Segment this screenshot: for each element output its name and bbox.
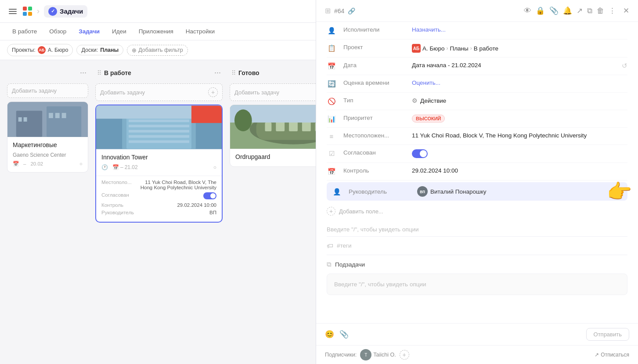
manager-avatar: вп bbox=[417, 186, 428, 197]
type-row: 🚫 Тип ⚙ Действие bbox=[327, 93, 627, 110]
location-icon: ≡ bbox=[327, 133, 336, 140]
tab-apps[interactable]: Приложения bbox=[133, 25, 179, 37]
card-partial-marketing[interactable]: Маркетинговые Gaeno Science Center 📅 – 2… bbox=[7, 101, 88, 173]
bottom-left-icons: 😊 📎 bbox=[325, 330, 349, 339]
col-in-work-menu[interactable]: ··· bbox=[214, 68, 221, 77]
eye-icon[interactable]: 👁 bbox=[524, 7, 531, 15]
time-estimate-value[interactable]: Оценить... bbox=[412, 79, 627, 86]
card-innovation-date: 21.02 bbox=[125, 164, 138, 170]
project-badge: АБ bbox=[412, 44, 421, 53]
tags-label[interactable]: #теги bbox=[337, 242, 352, 249]
close-button[interactable]: ✕ bbox=[623, 6, 629, 15]
card-img-ordrupgaard bbox=[230, 105, 316, 149]
manager-row: 👤 Руководитель вп Виталий Понарошку bbox=[327, 182, 627, 201]
refresh-icon[interactable]: ↺ bbox=[622, 62, 627, 70]
tab-in-work[interactable]: В работе bbox=[7, 25, 42, 37]
add-task-done[interactable]: Добавить задачу + bbox=[230, 83, 316, 101]
comment-input-area[interactable]: Введите "/", чтобы увидеть опции bbox=[327, 274, 627, 295]
date-label: Дата bbox=[343, 62, 405, 68]
subscribers-label: Подписчики: bbox=[325, 352, 357, 358]
svg-point-30 bbox=[234, 109, 252, 131]
hamburger-menu[interactable] bbox=[7, 7, 18, 16]
tab-tasks[interactable]: Задачи bbox=[73, 25, 105, 37]
agreed-toggle-container bbox=[412, 149, 627, 158]
app-title-button[interactable]: ✓ Задачи bbox=[44, 5, 87, 18]
add-filter-button[interactable]: ⊕ Добавить фильтр bbox=[127, 45, 188, 56]
right-header-actions: 👁 🔒 📎 🔔 ↗ ⧉ 🗑 ⋮ ✕ bbox=[524, 6, 629, 15]
card-img-innovation bbox=[96, 105, 222, 149]
bottom-section: 😊 📎 Отправить Подписчики: T Taiichi O. +… bbox=[316, 323, 638, 364]
svg-rect-6 bbox=[55, 113, 60, 118]
assignee-value[interactable]: Назначить... bbox=[412, 26, 627, 33]
paperclip-icon[interactable]: 📎 bbox=[549, 6, 559, 15]
time-icon: 🕐 bbox=[101, 164, 108, 170]
path-arrow-2: › bbox=[470, 45, 472, 51]
location-label: Местоположен... bbox=[343, 132, 405, 139]
subscriber-avatar: T bbox=[360, 349, 371, 360]
card-ordrupgaard[interactable]: Ordrupgaard bbox=[230, 105, 316, 167]
task-board-icon: ⊞ bbox=[325, 7, 331, 15]
add-task-in-work[interactable]: Добавить задачу + bbox=[95, 83, 223, 101]
board-col-done: ⠿ Готово ··· Добавить задачу + bbox=[230, 65, 316, 359]
col-partial-menu[interactable]: ··· bbox=[80, 68, 87, 77]
date-value[interactable]: Дата начала - 21.02.2024 bbox=[412, 62, 615, 68]
copy-icon[interactable]: ⧉ bbox=[587, 7, 592, 15]
app-grid-icon bbox=[23, 7, 32, 16]
date-icon: 📅 bbox=[112, 164, 119, 170]
time-estimate-row: 🔄 Оценка времени Оценить... bbox=[327, 75, 627, 93]
priority-icon: 📊 bbox=[327, 115, 336, 123]
tab-overview[interactable]: Обзор bbox=[44, 25, 72, 37]
date-icon: 📅 bbox=[327, 62, 336, 70]
lock-icon[interactable]: 🔒 bbox=[536, 6, 545, 15]
svg-rect-24 bbox=[265, 123, 271, 131]
trash-icon[interactable]: 🗑 bbox=[597, 7, 604, 15]
tab-settings[interactable]: Настройки bbox=[180, 25, 220, 37]
unsubscribe-button[interactable]: ↗ Отписаться bbox=[595, 352, 629, 358]
agreed-main-toggle[interactable] bbox=[412, 149, 428, 158]
type-value: ⚙ Действие bbox=[412, 97, 627, 104]
col-header-done: ⠿ Готово ··· bbox=[230, 65, 316, 80]
plus-circle-icon: + bbox=[208, 87, 218, 97]
add-task-partial[interactable]: Добавить задачу bbox=[7, 83, 88, 98]
agreed-label: Согласован bbox=[343, 149, 405, 156]
priority-value: ВЫСОКИЙ bbox=[412, 115, 627, 123]
add-field-icon: + bbox=[327, 207, 335, 216]
control-row: 📅 Контроль 29.02.2024 10:00 bbox=[327, 163, 627, 180]
add-field-label: Добавить поле... bbox=[339, 208, 383, 215]
card-ordrupgaard-title: Ordrupgaard bbox=[235, 153, 316, 160]
manager-name: Виталий Понарошку bbox=[430, 188, 487, 195]
send-button[interactable]: Отправить bbox=[586, 328, 629, 341]
add-subscriber-button[interactable]: + bbox=[400, 350, 409, 360]
col-title-done: Готово bbox=[238, 69, 260, 76]
svg-rect-1 bbox=[16, 111, 42, 137]
assignee-row: 👤 Исполнители Назначить... bbox=[327, 22, 627, 40]
control-value[interactable]: 29.02.2024 10:00 bbox=[412, 167, 627, 174]
svg-rect-13 bbox=[129, 119, 189, 122]
more-icon[interactable]: ⋮ bbox=[609, 6, 616, 15]
card-manager-value: ВП bbox=[209, 210, 216, 215]
share-icon[interactable]: ↗ bbox=[577, 6, 583, 15]
attachment-icon[interactable]: 📎 bbox=[339, 330, 349, 339]
path-arrow-1: › bbox=[447, 45, 448, 51]
col-drag-icon: ⠿ bbox=[97, 69, 101, 76]
unsub-icon: ↗ bbox=[595, 352, 599, 358]
svg-rect-28 bbox=[315, 123, 316, 131]
svg-rect-15 bbox=[129, 130, 189, 133]
bell-icon[interactable]: 🔔 bbox=[563, 6, 572, 15]
project-path-2: Планы bbox=[450, 45, 469, 52]
time-estimate-label: Оценка времени bbox=[343, 79, 405, 86]
tab-ideas[interactable]: Идеи bbox=[107, 25, 132, 37]
emoji-icon[interactable]: 😊 bbox=[325, 330, 334, 339]
card-partial-subtitle: Gaeno Science Center bbox=[13, 152, 83, 158]
card-partial-title: Маркетинговые bbox=[13, 141, 83, 148]
comment-hint-1[interactable]: Введите "/", чтобы увидеть опции bbox=[327, 220, 627, 236]
subtasks-label[interactable]: Подзадачи bbox=[335, 261, 365, 268]
agreed-toggle[interactable] bbox=[203, 192, 216, 199]
control-label: Контроль bbox=[101, 202, 137, 208]
add-field-row[interactable]: + Добавить поле... bbox=[327, 202, 627, 220]
projects-filter[interactable]: Проекты: АБ А. Бюро bbox=[7, 44, 73, 56]
boards-filter[interactable]: Доски: Планы bbox=[76, 45, 123, 55]
check-icon: ✓ bbox=[48, 7, 57, 16]
card-innovation-tower[interactable]: Innovation Tower 🕐 📅 – 21.02 ○ Местополо… bbox=[95, 105, 223, 223]
col-title-in-work: В работе bbox=[104, 69, 131, 76]
